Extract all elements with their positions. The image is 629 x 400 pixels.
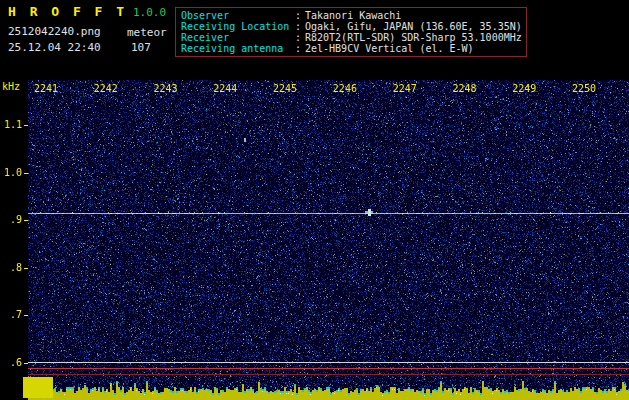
x-tick-label-2243: 2243 [150, 84, 182, 94]
y-tick-mark [24, 220, 28, 221]
y-tick-label-1.0: 1.0 [0, 168, 22, 178]
spectrogram-canvas [28, 80, 629, 400]
y-tick-label-.7: .7 [0, 310, 22, 320]
y-tick-mark [24, 268, 28, 269]
y-tick-label-.6: .6 [0, 358, 22, 368]
x-tick-label-2250: 2250 [568, 84, 600, 94]
y-tick-label-.9: .9 [0, 215, 22, 225]
x-tick-label-2249: 2249 [508, 84, 540, 94]
x-tick-label-2246: 2246 [329, 84, 361, 94]
y-tick-mark [24, 315, 28, 316]
y-axis-unit-label: kHz [2, 81, 20, 92]
x-tick-label-2247: 2247 [389, 84, 421, 94]
y-tick-label-.8: .8 [0, 263, 22, 273]
x-tick-label-2241: 2241 [30, 84, 62, 94]
x-tick-label-2248: 2248 [448, 84, 480, 94]
x-tick-label-2245: 2245 [269, 84, 301, 94]
spectrogram-plot: kHz 1.11.0.9.8.7.62241224222432244224522… [0, 0, 629, 400]
x-tick-label-2242: 2242 [90, 84, 122, 94]
signal-scale-block [23, 377, 53, 398]
y-tick-label-1.1: 1.1 [0, 120, 22, 130]
hrofft-output: H R O F F T 1.0.0 2512042240.png meteor … [0, 0, 629, 400]
y-tick-mark [24, 125, 28, 126]
x-tick-label-2244: 2244 [209, 84, 241, 94]
y-tick-mark [24, 363, 28, 364]
y-tick-mark [24, 173, 28, 174]
